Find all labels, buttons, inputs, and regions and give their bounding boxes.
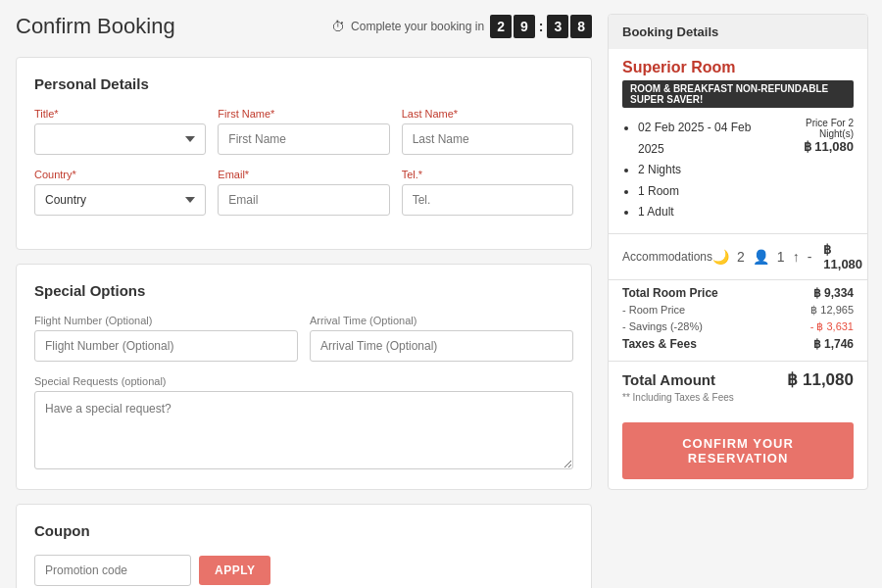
arrival-input[interactable] (310, 330, 573, 362)
coupon-row: APPLY (34, 555, 573, 586)
total-note: ** Including Taxes & Fees (622, 392, 854, 403)
total-label: Total Amount (622, 371, 715, 388)
right-column: Booking Details Superior Room ROOM & BRE… (608, 0, 882, 588)
savings-row: - Savings (-28%) - ฿ 3,631 (622, 320, 854, 333)
timer-digit-4: 8 (570, 15, 592, 38)
name-row-1: Title* Mr. Ms. Mrs. First Name* Last Nam… (34, 108, 573, 155)
title-label: Title* (34, 108, 206, 120)
special-options-section: Special Options Flight Number (Optional)… (16, 264, 592, 490)
price-nights-label: Price For 2 Night(s) (773, 118, 854, 139)
total-row: Total Amount ฿ 11,080 (622, 369, 854, 390)
page-header: Confirm Booking ⏱ Complete your booking … (16, 14, 592, 39)
person-count: 1 (777, 249, 785, 265)
clock-icon: ⏱ (331, 19, 345, 34)
confirm-reservation-button[interactable]: CONFIRM YOUR RESERVATION (622, 422, 854, 479)
lastname-label: Last Name* (402, 108, 573, 120)
arrival-label: Arrival Time (Optional) (310, 315, 573, 326)
timer-separator: : (537, 19, 546, 34)
title-group: Title* Mr. Ms. Mrs. (34, 108, 206, 155)
extra-count: - (808, 249, 812, 265)
lastname-group: Last Name* (402, 108, 573, 155)
flight-row: Flight Number (Optional) Arrival Time (O… (34, 315, 573, 362)
total-room-price-label: Total Room Price (622, 286, 718, 300)
room-info-row: 02 Feb 2025 - 04 Feb 2025 2 Nights 1 Roo… (609, 118, 867, 233)
taxes-row: Taxes & Fees ฿ 1,746 (622, 337, 854, 351)
page-title: Confirm Booking (16, 14, 175, 39)
room-price-label: - Room Price (622, 304, 685, 317)
price-breakdown: Total Room Price ฿ 9,334 - Room Price ฿ … (609, 280, 867, 361)
timer-digit-1: 2 (490, 15, 512, 38)
room-name: Superior Room (609, 49, 867, 80)
moon-icon: 🌙 (712, 249, 729, 265)
room-info-list: 02 Feb 2025 - 04 Feb 2025 2 Nights 1 Roo… (622, 118, 773, 223)
list-item: 1 Adult (638, 202, 773, 223)
taxes-label: Taxes & Fees (622, 337, 697, 351)
country-group: Country* Country (34, 169, 206, 216)
email-label: Email* (218, 169, 389, 180)
list-item: 2 Nights (638, 160, 773, 181)
country-label: Country* (34, 169, 206, 180)
firstname-label: First Name* (218, 108, 389, 120)
timer-digit-3: 3 (547, 15, 568, 38)
booking-details-card: Booking Details Superior Room ROOM & BRE… (608, 14, 868, 490)
requests-group: Special Requests (optional) (34, 375, 573, 469)
tel-label: Tel.* (402, 169, 573, 180)
coupon-input[interactable] (34, 555, 191, 586)
timer-digit-2: 9 (514, 15, 535, 38)
tel-group: Tel.* (402, 169, 573, 216)
email-input[interactable] (218, 184, 389, 216)
price-for-nights: Price For 2 Night(s) ฿ 11,080 (773, 118, 854, 154)
lastname-input[interactable] (402, 123, 573, 155)
coupon-title: Coupon (34, 522, 573, 539)
coupon-section: Coupon APPLY (16, 504, 592, 588)
total-room-price-row: Total Room Price ฿ 9,334 (622, 286, 854, 300)
list-item: 02 Feb 2025 - 04 Feb 2025 (638, 118, 773, 160)
total-room-price-value: ฿ 9,334 (813, 286, 854, 300)
accommodations-row: Accommodations 🌙 2 👤 1 ↑ - ฿ 11,080 (609, 234, 867, 279)
room-price-row: - Room Price ฿ 12,965 (622, 304, 854, 317)
requests-label: Special Requests (optional) (34, 375, 573, 387)
total-section: Total Amount ฿ 11,080 ** Including Taxes… (609, 361, 867, 413)
booking-details-header: Booking Details (609, 15, 867, 49)
country-select[interactable]: Country (34, 184, 206, 216)
personal-details-section: Personal Details Title* Mr. Ms. Mrs. Fir… (16, 57, 592, 250)
special-options-title: Special Options (34, 282, 573, 299)
savings-value: - ฿ 3,631 (810, 320, 854, 333)
timer-label: Complete your booking in (351, 20, 484, 33)
timer-digits: 2 9 : 3 8 (490, 15, 592, 38)
name-row-2: Country* Country Email* Tel.* (34, 169, 573, 216)
moon-count: 2 (737, 249, 745, 265)
flight-label: Flight Number (Optional) (34, 315, 298, 326)
personal-details-title: Personal Details (34, 75, 573, 92)
extra-icon: ↑ (793, 249, 800, 265)
accom-label: Accommodations (622, 250, 712, 264)
firstname-group: First Name* (218, 108, 389, 155)
list-item: 1 Room (638, 181, 773, 203)
tel-input[interactable] (402, 184, 573, 216)
requests-textarea[interactable] (34, 391, 573, 469)
person-icon: 👤 (753, 249, 769, 265)
room-price-value: ฿ 12,965 (810, 304, 854, 317)
taxes-value: ฿ 1,746 (813, 337, 854, 351)
room-tag: ROOM & BREAKFAST NON-REFUNDABLE SUPER SA… (622, 80, 854, 108)
firstname-input[interactable] (218, 123, 389, 155)
total-value: ฿ 11,080 (787, 369, 854, 390)
price-nights-value: ฿ 11,080 (773, 139, 854, 154)
arrival-group: Arrival Time (Optional) (310, 315, 573, 362)
apply-button[interactable]: APPLY (199, 556, 270, 585)
accom-icons: 🌙 2 👤 1 ↑ - (712, 249, 811, 265)
timer-section: ⏱ Complete your booking in 2 9 : 3 8 (331, 15, 592, 38)
email-group: Email* (218, 169, 389, 216)
savings-label: - Savings (-28%) (622, 320, 703, 333)
title-select[interactable]: Mr. Ms. Mrs. (34, 123, 206, 155)
flight-input[interactable] (34, 330, 298, 362)
flight-group: Flight Number (Optional) (34, 315, 298, 362)
accom-price: ฿ 11,080 (823, 242, 862, 271)
